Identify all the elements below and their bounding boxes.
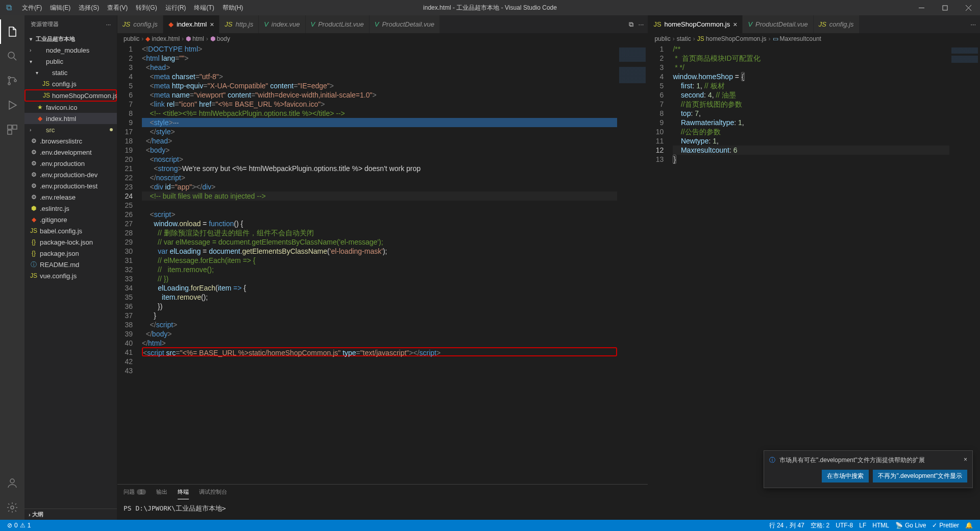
title-bar: ⧉ 文件(F) 编辑(E) 选择(S) 查看(V) 转到(G) 运行(R) 终端… [0,0,980,15]
status-golive[interactable]: 📡Go Live [892,521,929,530]
tree-pkg-lock[interactable]: {}package-lock.json [24,236,117,248]
tab-config[interactable]: JSconfig.js [117,15,163,33]
svg-point-4 [14,80,16,82]
svg-rect-6 [13,125,17,129]
status-encoding[interactable]: UTF-8 [832,521,856,530]
tabs-left: JSconfig.js ◆index.html× JShttp.js Vinde… [117,15,648,33]
status-bell-icon[interactable]: 🔔 [962,521,976,530]
panel-output[interactable]: 输出 [156,488,167,496]
tab-product-detail[interactable]: VProductDetail.vue [370,15,440,33]
terminal-line[interactable]: PS D:\JPWORK\工业品超市本地> [117,500,648,517]
tree-node-modules[interactable]: ›node_modules [24,44,117,56]
svg-point-3 [8,83,10,85]
explorer-icon[interactable] [0,19,24,44]
svg-point-8 [10,479,14,483]
menu-select[interactable]: 选择(S) [75,0,103,15]
info-icon: ⓘ [769,456,775,465]
svg-point-2 [8,77,10,79]
panel-problems[interactable]: 问题1 [124,488,146,496]
tree-browserslist[interactable]: ⚙.browserslistrc [24,135,117,147]
notif-dismiss-button[interactable]: 不再为".development"文件显示 [873,470,967,482]
tree-eslintrc[interactable]: ⬢.eslintrc.js [24,203,117,214]
breadcrumbs-right[interactable]: public› static› JShomeShopCommon.js› ▭Ma… [648,33,980,44]
notification: ⓘ 市场具有可在".development"文件方面提供帮助的扩展 × 在市场中… [764,450,973,488]
accounts-icon[interactable] [0,471,24,495]
run-debug-icon[interactable] [0,93,24,117]
extensions-icon[interactable] [0,117,24,142]
status-spaces[interactable]: 空格: 2 [807,521,832,530]
tree-env-prod[interactable]: ⚙.env.production [24,158,117,169]
svg-rect-0 [943,6,947,10]
svg-point-1 [8,52,14,58]
menu-goto[interactable]: 转到(G) [132,0,161,15]
svg-rect-5 [8,125,12,129]
menu-view[interactable]: 查看(V) [103,0,132,15]
tab-index[interactable]: ◆index.html× [163,15,219,33]
status-eol[interactable]: LF [856,521,869,530]
tree-index-html[interactable]: ◆index.html [24,113,117,124]
tree-readme[interactable]: ⓘREADME.md [24,259,117,270]
tree-env-dev[interactable]: ⚙.env.development [24,147,117,158]
menu-bar: 文件(F) 编辑(E) 选择(S) 查看(V) 转到(G) 运行(R) 终端(T… [18,0,247,15]
outline-section[interactable]: › 大纲 [24,509,117,520]
tree-config-js[interactable]: JSconfig.js [24,78,117,89]
breadcrumbs-left[interactable]: public› ◆index.html› ⬢html› ⬢body [117,33,648,44]
tab-index-vue[interactable]: Vindex.vue [259,15,305,33]
panel-debug[interactable]: 调试控制台 [199,488,227,496]
sidebar-explorer: 资源管理器 ··· ▾工业品超市本地 ›node_modules ▾public… [24,15,117,520]
panel-terminal[interactable]: 终端 [178,488,189,499]
tree-src[interactable]: ›src [24,124,117,135]
tree-env-prod-test[interactable]: ⚙.env.production-test [24,180,117,191]
tab-product-detail-r[interactable]: VProductDetail.vue [743,15,813,33]
close-icon[interactable]: × [210,20,214,29]
notif-search-button[interactable]: 在市场中搜索 [822,470,869,482]
vscode-logo: ⧉ [0,3,18,12]
tree-static[interactable]: ▾static [24,67,117,78]
more-icon[interactable]: ··· [639,20,644,28]
tab-http[interactable]: JShttp.js [219,15,259,33]
tree-homeshop-js[interactable]: JShomeShopCommon.js [24,89,117,102]
minimap-right[interactable] [949,44,980,520]
tree-env-prod-dev[interactable]: ⚙.env.production-dev [24,169,117,180]
scm-icon[interactable] [0,68,24,93]
status-line-col[interactable]: 行 24，列 47 [766,521,807,530]
tab-config-r[interactable]: JSconfig.js [814,15,860,33]
split-editor-icon[interactable]: ⧉ [629,20,633,29]
status-bar: ⊘0⚠1 行 24，列 47 空格: 2 UTF-8 LF HTML 📡Go L… [0,520,980,531]
tree-root[interactable]: ▾工业品超市本地 [24,33,117,44]
maximize-button[interactable] [933,0,957,15]
window-title: index.html - 工业品超市本地 - Visual Studio Cod… [423,4,557,12]
menu-help[interactable]: 帮助(H) [218,0,248,15]
tree-pkg[interactable]: {}package.json [24,248,117,259]
tabs-right: JShomeShopCommon.js× VProductDetail.vue … [648,15,980,33]
tree-env-release[interactable]: ⚙.env.release [24,191,117,203]
sidebar-more-icon[interactable]: ··· [106,21,111,28]
status-lang[interactable]: HTML [869,521,892,530]
svg-point-9 [11,506,14,509]
menu-file[interactable]: 文件(F) [18,0,46,15]
notif-close-icon[interactable]: × [964,456,967,463]
code-area-right[interactable]: 12345678910111213 /** * 首页商品模块ID可配置化 * *… [648,44,980,520]
tree-gitignore[interactable]: ◆.gitignore [24,214,117,225]
sidebar-title: 资源管理器 [31,20,59,28]
minimize-button[interactable] [910,0,933,15]
status-prettier[interactable]: ✓Prettier [929,521,962,530]
more-icon[interactable]: ··· [970,20,976,28]
status-errors[interactable]: ⊘0⚠1 [4,522,34,529]
code-area-left[interactable]: 1234567891718192021222324252627282930313… [117,44,648,484]
close-button[interactable] [957,0,980,15]
tab-homeshop[interactable]: JShomeShopCommon.js× [648,15,743,33]
search-icon[interactable] [0,44,24,68]
menu-run[interactable]: 运行(R) [161,0,190,15]
tree-babel[interactable]: JSbabel.config.js [24,225,117,236]
menu-terminal[interactable]: 终端(T) [190,0,218,15]
tree-vue-cfg[interactable]: JSvue.config.js [24,270,117,281]
menu-edit[interactable]: 编辑(E) [46,0,75,15]
tree-favicon[interactable]: ★favicon.ico [24,102,117,113]
panel: 问题1 输出 终端 调试控制台 PS D:\JPWORK\工业品超市本地> [117,484,648,520]
tab-product-list[interactable]: VProductList.vue [306,15,370,33]
settings-icon[interactable] [0,495,24,520]
tree-public[interactable]: ▾public [24,56,117,67]
close-icon[interactable]: × [733,20,737,29]
minimap-left[interactable] [617,44,648,484]
